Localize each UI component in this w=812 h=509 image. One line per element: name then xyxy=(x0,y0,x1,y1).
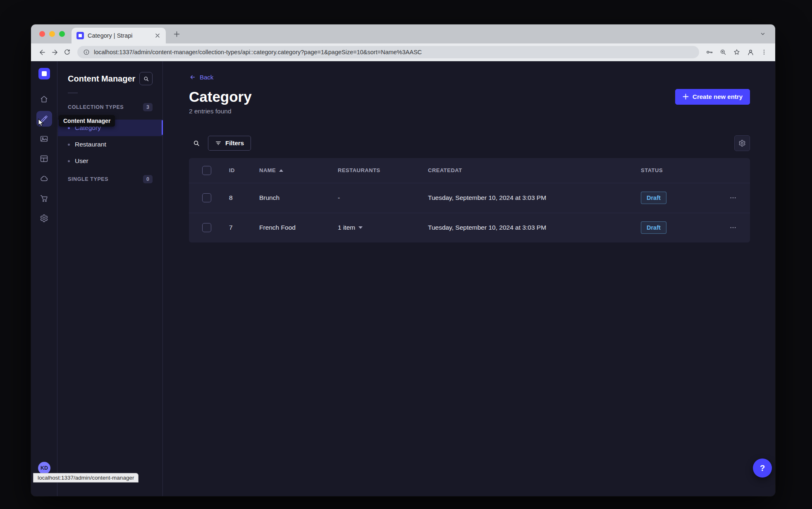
url-text: localhost:1337/admin/content-manager/col… xyxy=(94,49,422,55)
back-link[interactable]: Back xyxy=(189,73,213,81)
single-types-label: SINGLE TYPES xyxy=(68,176,108,182)
column-header-restaurants: RESTAURANTS xyxy=(338,167,428,173)
browser-forward-button[interactable] xyxy=(48,46,61,58)
close-window-button[interactable] xyxy=(39,31,45,37)
entries-table: ID NAME RESTAURANTS CREATEDAT STATUS 8 xyxy=(189,158,750,242)
user-avatar[interactable]: KD xyxy=(38,462,50,474)
browser-toolbar: localhost:1337/admin/content-manager/col… xyxy=(31,43,775,61)
browser-back-button[interactable] xyxy=(36,46,48,58)
cell-id: 7 xyxy=(224,224,255,231)
status-badge: Draft xyxy=(641,221,666,234)
mouse-cursor xyxy=(37,118,45,127)
status-bar-url-preview: localhost:1337/admin/content-manager xyxy=(33,473,139,483)
minimize-window-button[interactable] xyxy=(49,31,55,37)
ellipsis-icon xyxy=(729,224,737,231)
home-nav-button[interactable] xyxy=(36,91,52,107)
filters-button[interactable]: Filters xyxy=(208,136,251,151)
sidebar-header: Content Manager xyxy=(58,61,162,85)
select-all-checkbox[interactable] xyxy=(202,166,211,175)
sidebar-item-label: User xyxy=(75,157,88,165)
browser-tab[interactable]: Category | Strapi xyxy=(72,28,166,43)
traffic-lights xyxy=(31,31,65,37)
profile-avatar-icon[interactable] xyxy=(744,46,757,58)
new-tab-button[interactable] xyxy=(171,28,182,40)
browser-reload-button[interactable] xyxy=(61,46,73,58)
browser-menu-kebab-icon[interactable] xyxy=(758,46,770,58)
table-row[interactable]: 7 French Food 1 item Tuesday, September … xyxy=(189,213,750,242)
zoom-window-button[interactable] xyxy=(59,31,65,37)
row-actions-button[interactable] xyxy=(727,192,739,204)
page-title: Category xyxy=(189,87,252,106)
strapi-logo[interactable] xyxy=(38,68,50,79)
row-checkbox[interactable] xyxy=(202,223,211,232)
cell-restaurants: - xyxy=(338,194,428,202)
desktop-background: Category | Strapi xyxy=(0,0,812,509)
zoom-magnifier-icon[interactable] xyxy=(717,46,729,58)
tab-search-chevron-icon[interactable] xyxy=(757,28,769,40)
nav-tooltip: Content Manager xyxy=(59,115,115,127)
sidebar-item-restaurant[interactable]: Restaurant xyxy=(58,136,162,153)
cell-id: 8 xyxy=(224,194,255,202)
cell-name: French Food xyxy=(255,224,338,231)
browser-window: Category | Strapi xyxy=(31,24,775,496)
plus-icon xyxy=(683,94,689,100)
sidebar-item-label: Restaurant xyxy=(75,141,106,148)
toolbar-actions xyxy=(703,46,770,58)
collection-types-list: Category Restaurant User xyxy=(58,120,162,169)
cell-restaurants-toggle[interactable]: 1 item xyxy=(338,224,428,231)
marketplace-cart-nav-button[interactable] xyxy=(36,190,52,206)
bullet-dot xyxy=(68,144,70,146)
column-header-id: ID xyxy=(224,167,255,173)
page-header: Category 2 entries found Create new entr… xyxy=(189,87,750,115)
status-badge: Draft xyxy=(641,192,666,204)
content-type-builder-nav-button[interactable] xyxy=(36,151,52,166)
column-header-createdat: CREATEDAT xyxy=(428,167,641,173)
sidebar-title: Content Manager xyxy=(68,73,135,84)
strapi-admin-app: KD Content Manager COLLECTION TYPES 3 xyxy=(31,61,775,496)
help-button[interactable]: ? xyxy=(753,459,772,478)
bullet-dot xyxy=(68,127,70,129)
row-checkbox[interactable] xyxy=(202,193,211,202)
tab-close-icon[interactable] xyxy=(153,31,162,40)
single-types-count-badge: 0 xyxy=(143,175,153,183)
table-row[interactable]: 8 Brunch - Tuesday, September 10, 2024 a… xyxy=(189,183,750,213)
single-types-section-header: SINGLE TYPES 0 xyxy=(58,175,162,183)
back-label: Back xyxy=(200,74,213,81)
column-header-name[interactable]: NAME xyxy=(255,167,338,173)
column-header-name-label: NAME xyxy=(259,167,276,173)
search-icon xyxy=(193,139,200,147)
cell-createdat: Tuesday, September 10, 2024 at 3:03 PM xyxy=(428,224,641,231)
sidebar-search-button[interactable] xyxy=(139,72,153,85)
settings-gear-nav-button[interactable] xyxy=(36,210,52,226)
filter-icon xyxy=(215,140,222,146)
bookmark-star-icon[interactable] xyxy=(731,46,743,58)
ellipsis-icon xyxy=(729,194,737,202)
create-new-entry-button[interactable]: Create new entry xyxy=(675,89,750,105)
password-key-icon[interactable] xyxy=(703,46,716,58)
strapi-favicon-icon xyxy=(76,32,84,39)
view-settings-button[interactable] xyxy=(734,135,750,151)
chevron-down-icon xyxy=(358,226,363,229)
deploy-cloud-nav-button[interactable] xyxy=(36,170,52,186)
table-header-row: ID NAME RESTAURANTS CREATEDAT STATUS xyxy=(189,158,750,183)
active-item-indicator xyxy=(162,120,163,135)
column-header-status: STATUS xyxy=(641,167,724,173)
collection-types-section-header: COLLECTION TYPES 3 xyxy=(58,103,162,111)
media-library-nav-button[interactable] xyxy=(36,131,52,146)
sidebar-item-user[interactable]: User xyxy=(58,153,162,169)
bullet-dot xyxy=(68,160,70,162)
sidebar-divider xyxy=(68,93,78,93)
tab-title: Category | Strapi xyxy=(88,32,150,39)
entries-count: 2 entries found xyxy=(189,107,252,115)
site-info-icon[interactable] xyxy=(83,49,90,55)
main-content: Back Category 2 entries found Create new… xyxy=(163,61,775,496)
filters-label: Filters xyxy=(225,139,244,146)
row-actions-button[interactable] xyxy=(727,221,739,234)
search-button[interactable] xyxy=(189,136,204,151)
cell-name: Brunch xyxy=(255,194,338,202)
collection-types-label: COLLECTION TYPES xyxy=(68,104,124,110)
gear-icon xyxy=(738,139,746,147)
restaurants-count-label: 1 item xyxy=(338,224,355,231)
collection-types-count-badge: 3 xyxy=(143,103,153,111)
address-bar[interactable]: localhost:1337/admin/content-manager/col… xyxy=(77,46,699,58)
